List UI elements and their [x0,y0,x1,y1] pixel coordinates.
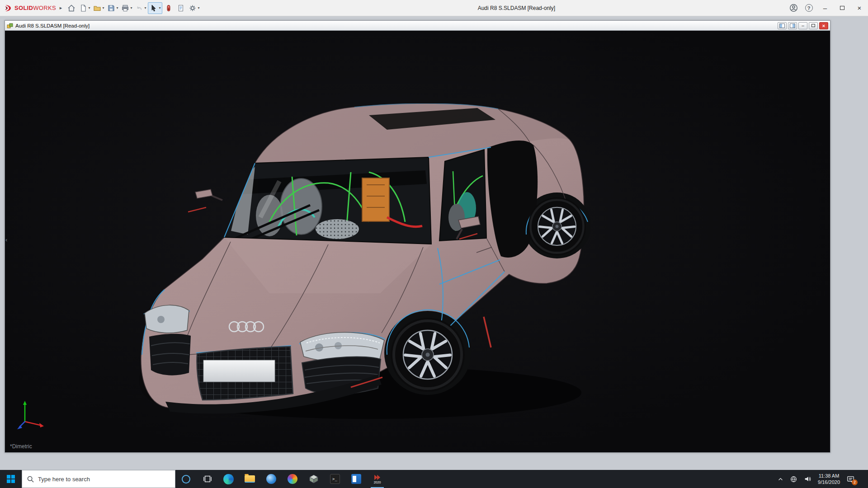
brand-wordmark: SOLIDWORKS [14,5,56,11]
gear-icon [189,4,197,12]
solidworks-2020-button[interactable]: 2020 [367,470,388,488]
solidworks-2020-icon: 2020 [373,474,382,484]
document-window: Audi R8 S.SLDASM [Read-only] – × [5,20,830,453]
terminal-icon: >_ [330,474,340,484]
dropdown-arrow-icon[interactable]: ▾ [130,6,132,10]
window-tile-icon [779,23,785,28]
restore-icon [811,24,815,27]
assembly-icon [7,23,13,29]
viewport-3d[interactable]: *Dimetric ‹ [5,31,830,452]
rebuild-button[interactable] [163,2,175,14]
account-icon [789,4,798,12]
tray-overflow-button[interactable] [778,476,783,482]
help-icon: ? [805,4,813,12]
car-model-audi-r8 [134,103,590,420]
mdi-client-area: Audi R8 S.SLDASM [Read-only] – × [0,17,868,470]
app-titlebar: SOLIDWORKS ▸ ▾ ▾ ▾ [0,0,868,16]
new-document-button[interactable]: ▾ [78,2,91,14]
doc-close-button[interactable]: × [819,22,828,29]
task-view-button[interactable] [197,470,218,488]
file-explorer-button[interactable] [239,470,260,488]
windows-taskbar: Type here to search >_ [0,470,868,488]
options-button[interactable]: ▾ [187,2,201,14]
undo-button[interactable]: ▾ [134,2,147,14]
browser-icon [266,474,276,484]
taskbar-clock[interactable]: 11:38 AM 9/16/2020 [818,473,840,485]
help-button[interactable]: ? [801,0,816,16]
orientation-triad [15,398,51,434]
login-button[interactable] [786,0,801,16]
close-icon: × [822,23,825,28]
edge-button[interactable] [218,470,239,488]
toolbar-expand-arrow[interactable]: ▸ [59,5,66,11]
clock-time: 11:38 AM [819,473,840,479]
home-button[interactable] [66,2,77,14]
task-view-icon [203,474,212,483]
window-cascade-button[interactable] [788,22,797,29]
office-app-button[interactable] [345,470,367,488]
select-tool-button[interactable]: ▾ [148,2,162,14]
featuremanager-expand-arrow[interactable]: ‹ [5,237,7,243]
save-icon [107,4,115,12]
solidworks-button[interactable] [303,470,324,488]
solidworks-cube-icon [309,474,319,484]
notification-badge: 2 [852,479,858,485]
edge-icon [223,474,234,484]
print-button[interactable]: ▾ [120,2,133,14]
window-tile-button[interactable] [778,22,787,29]
document-titlebar[interactable]: Audi R8 S.SLDASM [Read-only] – × [5,21,830,31]
window-cascade-icon [790,23,795,28]
taskbar-apps: >_ 2020 [175,470,388,488]
print-icon [121,4,129,12]
doc-restore-button[interactable] [809,22,818,29]
quick-access-toolbar: ▾ ▾ ▾ ▾ ▾ [66,2,201,14]
save-button[interactable]: ▾ [106,2,119,14]
dropdown-arrow-icon[interactable]: ▾ [116,6,118,10]
solidworks-2020-glyph [373,474,382,480]
cortana-button[interactable] [175,470,197,488]
photos-button[interactable] [282,470,303,488]
file-explorer-icon [245,475,255,483]
close-icon: × [858,4,862,12]
action-center-button[interactable]: 2 [847,475,854,483]
dropdown-arrow-icon[interactable]: ▾ [198,6,199,10]
home-icon [67,4,75,12]
open-button[interactable]: ▾ [92,2,105,14]
volume-button[interactable] [804,475,811,483]
maximize-icon [840,6,844,10]
windows-logo-icon [7,475,15,483]
dassault-logo-icon [4,4,13,13]
select-cursor-icon [150,4,158,12]
search-icon [27,476,34,483]
browser-button[interactable] [260,470,282,488]
taskbar-search[interactable]: Type here to search [22,470,175,488]
office-app-icon [351,474,361,484]
dropdown-arrow-icon[interactable]: ▾ [88,6,90,10]
solidworks-logo: SOLIDWORKS [0,4,59,13]
dropdown-arrow-icon[interactable]: ▾ [159,6,160,10]
file-properties-icon [177,4,185,12]
terminal-button[interactable]: >_ [324,470,345,488]
photos-icon [288,474,297,484]
rebuild-icon [165,4,173,12]
doc-minimize-button[interactable]: – [798,22,807,29]
view-orientation-label: *Dimetric [10,443,32,450]
minimize-icon: – [802,23,804,28]
close-button[interactable]: × [851,0,868,16]
network-button[interactable] [790,476,797,483]
clock-date: 9/16/2020 [818,479,840,485]
undo-icon [135,4,143,12]
file-properties-button[interactable] [175,2,187,14]
start-button[interactable] [0,470,22,488]
app-title: Audi R8 S.SLDASM [Read-only] [478,0,555,16]
volume-icon [804,475,811,483]
dropdown-arrow-icon[interactable]: ▾ [102,6,104,10]
chevron-up-icon [778,476,783,482]
maximize-button[interactable] [834,0,851,16]
minimize-icon: – [823,4,827,12]
dropdown-arrow-icon[interactable]: ▾ [144,6,146,10]
document-title: Audi R8 S.SLDASM [Read-only] [15,23,90,28]
minimize-button[interactable]: – [816,0,834,16]
network-globe-icon [790,476,797,483]
open-folder-icon [93,4,101,12]
